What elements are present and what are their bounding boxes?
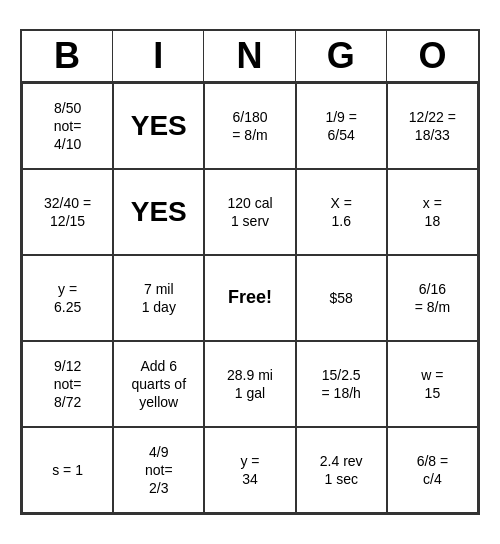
bingo-cell-r3-c2: 28.9 mi 1 gal — [204, 341, 295, 427]
bingo-cell-r0-c1: YES — [113, 83, 204, 169]
bingo-cell-r4-c1: 4/9 not= 2/3 — [113, 427, 204, 513]
bingo-cell-r4-c0: s = 1 — [22, 427, 113, 513]
bingo-cell-r4-c4: 6/8 = c/4 — [387, 427, 478, 513]
bingo-cell-r0-c4: 12/22 = 18/33 — [387, 83, 478, 169]
bingo-cell-r2-c0: y = 6.25 — [22, 255, 113, 341]
header-letter-g: G — [296, 31, 387, 81]
bingo-cell-r1-c1: YES — [113, 169, 204, 255]
bingo-cell-r3-c1: Add 6 quarts of yellow — [113, 341, 204, 427]
bingo-cell-r2-c3: $58 — [296, 255, 387, 341]
header-letter-n: N — [204, 31, 295, 81]
bingo-cell-r3-c4: w = 15 — [387, 341, 478, 427]
bingo-cell-r2-c2: Free! — [204, 255, 295, 341]
bingo-cell-r3-c3: 15/2.5 = 18/h — [296, 341, 387, 427]
bingo-cell-r0-c0: 8/50 not= 4/10 — [22, 83, 113, 169]
header-letter-b: B — [22, 31, 113, 81]
header-letter-o: O — [387, 31, 478, 81]
bingo-cell-r4-c3: 2.4 rev 1 sec — [296, 427, 387, 513]
bingo-cell-r1-c3: X = 1.6 — [296, 169, 387, 255]
bingo-cell-r1-c2: 120 cal 1 serv — [204, 169, 295, 255]
bingo-card: BINGO 8/50 not= 4/10YES6/180 = 8/m1/9 = … — [20, 29, 480, 515]
bingo-cell-r1-c4: x = 18 — [387, 169, 478, 255]
bingo-cell-r0-c2: 6/180 = 8/m — [204, 83, 295, 169]
bingo-cell-r3-c0: 9/12 not= 8/72 — [22, 341, 113, 427]
bingo-cell-r2-c4: 6/16 = 8/m — [387, 255, 478, 341]
bingo-cell-r1-c0: 32/40 = 12/15 — [22, 169, 113, 255]
header-letter-i: I — [113, 31, 204, 81]
bingo-cell-r0-c3: 1/9 = 6/54 — [296, 83, 387, 169]
bingo-cell-r2-c1: 7 mil 1 day — [113, 255, 204, 341]
bingo-header: BINGO — [22, 31, 478, 83]
bingo-grid: 8/50 not= 4/10YES6/180 = 8/m1/9 = 6/5412… — [22, 83, 478, 513]
bingo-cell-r4-c2: y = 34 — [204, 427, 295, 513]
